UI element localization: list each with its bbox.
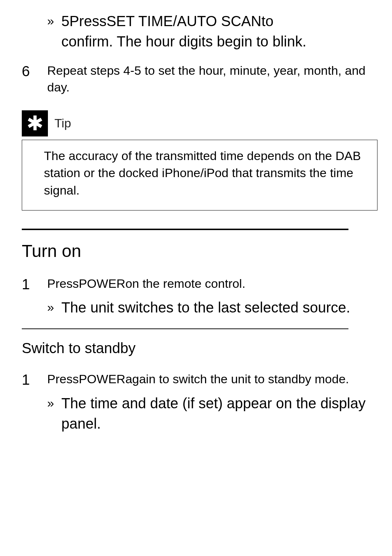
standby-result-text: The time and date (if set) appear on the…	[61, 393, 377, 434]
standby-step-1-a: Press	[47, 372, 79, 386]
manual-page: » 5PressSET TIME/AUTO SCANto conﬁrm. The…	[0, 0, 392, 556]
standby-step-1-b: POWER	[79, 372, 125, 386]
turn-on-result: » The unit switches to the last selected…	[47, 297, 350, 318]
tip-body-text: The accuracy of the transmitted time dep…	[44, 149, 361, 197]
substep-5-suffix: to	[261, 13, 273, 29]
standby-step-1-c: again to switch the unit to standby mode…	[125, 372, 349, 386]
heading-turn-on: Turn on	[22, 241, 377, 261]
standby-step-1-number: 1	[22, 371, 47, 388]
result-arrow-icon: »	[47, 297, 54, 316]
standby-result: » The time and date (if set) appear on t…	[47, 393, 377, 434]
standby-step-1: 1 PressPOWERagain to switch the unit to …	[22, 371, 377, 434]
result-arrow-icon: »	[47, 11, 54, 30]
turn-on-result-text: The unit switches to the last selected s…	[61, 297, 350, 318]
turn-on-step-1-a: Press	[47, 277, 79, 290]
substep-5-line2: conﬁrm. The hour digits begin to blink.	[61, 33, 306, 49]
step-6: 6 Repeat steps 4-5 to set the hour, minu…	[22, 62, 377, 96]
tip-box: The accuracy of the transmitted time dep…	[22, 140, 377, 210]
substep-5-button-name: SET TIME/AUTO SCAN	[106, 13, 261, 29]
tip-label: Tip	[54, 116, 71, 130]
result-arrow-icon: »	[47, 393, 54, 412]
heading-switch-standby: Switch to standby	[22, 340, 377, 356]
step-6-number: 6	[22, 62, 47, 80]
asterisk-icon: ✱	[22, 110, 48, 136]
subsection-divider	[22, 328, 348, 329]
standby-step-1-body: PressPOWERagain to switch the unit to st…	[47, 371, 377, 434]
turn-on-step-1: 1 PressPOWERon the remote control. » The…	[22, 275, 377, 318]
turn-on-step-1-number: 1	[22, 275, 47, 293]
tip-header: ✱ Tip	[22, 110, 377, 136]
turn-on-step-1-c: on the remote control.	[125, 277, 245, 290]
turn-on-step-1-b: POWER	[79, 277, 125, 290]
substep-5-result: » 5PressSET TIME/AUTO SCANto conﬁrm. The…	[47, 11, 377, 52]
step-6-text: Repeat steps 4-5 to set the hour, minute…	[47, 62, 377, 96]
turn-on-step-1-body: PressPOWERon the remote control. » The u…	[47, 275, 350, 318]
substep-5-text: 5PressSET TIME/AUTO SCANto conﬁrm. The h…	[61, 11, 306, 52]
section-divider	[22, 229, 348, 230]
substep-5-prefix: 5Press	[61, 13, 107, 29]
